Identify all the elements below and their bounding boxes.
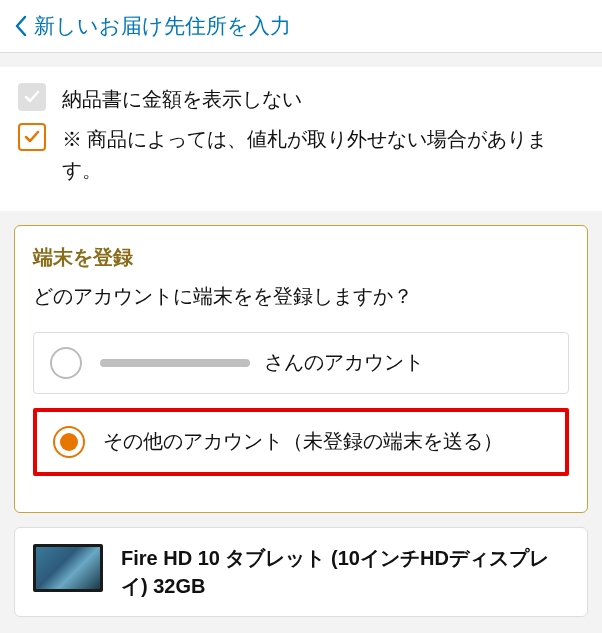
options-section: 納品書に金額を表示しない ※ 商品によっては、値札が取り外せない場合があります。 (0, 67, 602, 211)
register-title: 端末を登録 (33, 244, 569, 271)
header-bar[interactable]: 新しいお届け先住所を入力 (0, 0, 602, 53)
radio-user-account-label: さんのアカウント (100, 348, 552, 377)
hide-amount-label: 納品書に金額を表示しない (62, 83, 302, 115)
user-name-placeholder (100, 359, 250, 367)
note-checkbox[interactable] (18, 123, 46, 151)
radio-user-account[interactable] (50, 347, 82, 379)
radio-other-account[interactable] (53, 426, 85, 458)
note-row[interactable]: ※ 商品によっては、値札が取り外せない場合があります。 (18, 123, 584, 186)
radio-option-user-account[interactable]: さんのアカウント (33, 332, 569, 394)
product-title: Fire HD 10 タブレット (10インチHDディスプレイ) 32GB (121, 544, 569, 600)
check-icon (23, 88, 41, 106)
register-device-box: 端末を登録 どのアカウントに端末をを登録しますか？ さんのアカウント その他のア… (14, 225, 588, 513)
page-title: 新しいお届け先住所を入力 (34, 12, 291, 40)
hide-amount-row: 納品書に金額を表示しない (18, 83, 584, 115)
back-chevron-icon (14, 14, 28, 38)
user-account-suffix: さんのアカウント (264, 348, 424, 377)
radio-option-other-account[interactable]: その他のアカウント（未登録の端末を送る） (33, 408, 569, 476)
radio-other-account-label: その他のアカウント（未登録の端末を送る） (103, 427, 549, 456)
product-thumbnail (33, 544, 103, 592)
product-row[interactable]: Fire HD 10 タブレット (10インチHDディスプレイ) 32GB (14, 527, 588, 617)
check-icon (23, 128, 41, 146)
note-label: ※ 商品によっては、値札が取り外せない場合があります。 (62, 123, 584, 186)
hide-amount-checkbox (18, 83, 46, 111)
register-subtitle: どのアカウントに端末をを登録しますか？ (33, 281, 569, 312)
